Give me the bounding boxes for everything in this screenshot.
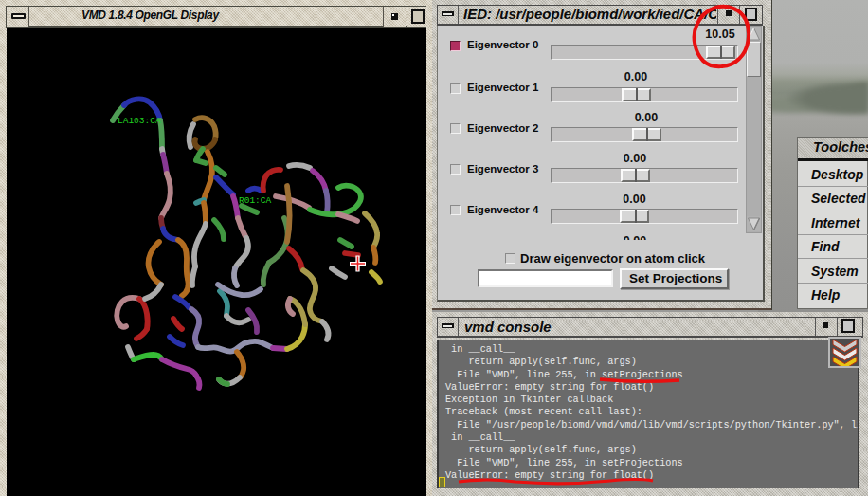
svg-text:R01:CA: R01:CA	[239, 195, 272, 206]
svg-text:LA103:CA: LA103:CA	[118, 116, 161, 126]
